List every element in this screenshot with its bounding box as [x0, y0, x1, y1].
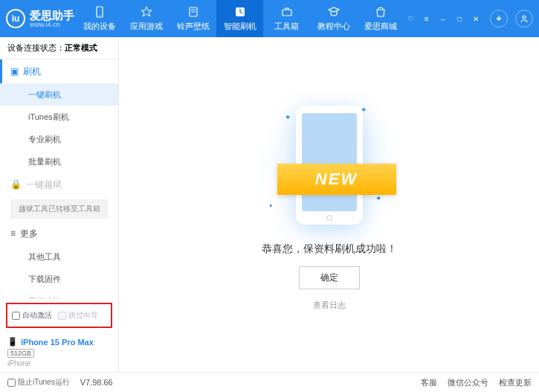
logo-icon: iu	[6, 9, 25, 28]
checkbox-skip-wizard[interactable]: 跳过向导	[58, 310, 98, 321]
device-info: 📱 iPhone 15 Pro Max 512GB iPhone	[0, 332, 118, 372]
success-illustration: ✦ ✦ • ✦ NEW	[255, 98, 404, 232]
nav-mall[interactable]: 爱思商城	[357, 0, 404, 37]
sidebar-head-jailbreak: 🔒 一键越狱	[0, 173, 118, 196]
main-content: ✦ ✦ • ✦ NEW 恭喜您，保资料刷机成功啦！ 确定 查看日志	[119, 37, 539, 372]
sidebar-item-itunes[interactable]: iTunes刷机	[0, 106, 118, 128]
window-buttons: ♡ ≡ – □ ✕	[404, 0, 533, 37]
nav-flash[interactable]: 智能刷机	[216, 0, 263, 37]
statusbar: 阻止iTunes运行 V7.98.66 客服 微信公众号 检查更新	[0, 372, 539, 392]
svg-rect-4	[283, 10, 291, 16]
lock-icon: 🔒	[10, 179, 22, 190]
ringtone-icon	[187, 5, 200, 19]
top-nav: 我的设备 应用游戏 铃声壁纸 智能刷机 工具箱 教程中心 爱思商城	[76, 0, 404, 37]
sidebar-item-pro[interactable]: 专业刷机	[0, 128, 118, 150]
sidebar-item-oneclick[interactable]: 一键刷机	[0, 83, 118, 106]
version-label: V7.98.66	[80, 378, 113, 387]
footer-wechat[interactable]: 微信公众号	[448, 377, 488, 388]
sidebar-head-more[interactable]: ≡ 更多	[0, 222, 118, 245]
nav-ring[interactable]: 铃声壁纸	[170, 0, 216, 37]
success-message: 恭喜您，保资料刷机成功啦！	[262, 242, 397, 256]
toolbox-icon	[280, 5, 294, 19]
flash-small-icon: ▣	[10, 66, 19, 77]
more-icon: ≡	[10, 228, 16, 239]
checkbox-block-itunes[interactable]: 阻止iTunes运行	[7, 377, 70, 388]
options-row: 自动激活 跳过向导	[6, 303, 112, 328]
app-name: 爱思助手	[30, 10, 74, 21]
app-url: www.i4.cn	[30, 21, 74, 28]
nav-mydevice[interactable]: 我的设备	[76, 0, 123, 37]
close-button[interactable]: ✕	[469, 12, 482, 25]
device-os: iPhone	[7, 359, 111, 367]
sidebar-item-advanced[interactable]: 高级功能	[0, 290, 118, 298]
nav-tools[interactable]: 工具箱	[263, 0, 310, 37]
sidebar: 设备连接状态： 正常模式 ▣ 刷机 一键刷机 iTunes刷机 专业刷机 批量刷…	[0, 37, 119, 372]
svg-point-5	[523, 16, 526, 19]
apps-icon	[140, 5, 153, 19]
titlebar: iu 爱思助手 www.i4.cn 我的设备 应用游戏 铃声壁纸 智能刷机 工具…	[0, 0, 539, 37]
minimize-button[interactable]: –	[436, 12, 450, 25]
footer-update[interactable]: 检查更新	[499, 377, 532, 388]
sidebar-head-flash[interactable]: ▣ 刷机	[0, 60, 118, 83]
footer-service[interactable]: 客服	[421, 377, 437, 388]
ok-button[interactable]: 确定	[299, 266, 360, 289]
new-ribbon: NEW	[277, 164, 396, 195]
logo: iu 爱思助手 www.i4.cn	[6, 9, 76, 28]
device-icon	[93, 5, 106, 19]
device-status: 设备连接状态： 正常模式	[0, 37, 118, 60]
device-name[interactable]: 📱 iPhone 15 Pro Max	[7, 337, 111, 347]
sidebar-item-batch[interactable]: 批量刷机	[0, 150, 118, 173]
checkbox-auto-activate[interactable]: 自动激活	[12, 310, 52, 321]
phone-icon: 📱	[7, 337, 18, 347]
mall-icon	[374, 5, 387, 19]
tutorial-icon	[327, 5, 340, 19]
menu-icon[interactable]: ≡	[420, 12, 433, 25]
device-storage: 512GB	[7, 349, 34, 358]
jailbreak-note: 越狱工具已转移至工具箱	[10, 199, 108, 219]
user-button[interactable]	[515, 10, 533, 28]
view-log-link[interactable]: 查看日志	[313, 300, 346, 311]
nav-tutorial[interactable]: 教程中心	[310, 0, 357, 37]
nav-apps[interactable]: 应用游戏	[123, 0, 170, 37]
flash-icon	[233, 5, 247, 19]
sidebar-item-download[interactable]: 下载固件	[0, 268, 118, 290]
gift-icon[interactable]: ♡	[404, 12, 417, 25]
sidebar-item-othertools[interactable]: 其他工具	[0, 245, 118, 268]
download-button[interactable]	[490, 10, 508, 28]
maximize-button[interactable]: □	[453, 12, 466, 25]
svg-point-1	[99, 15, 100, 16]
